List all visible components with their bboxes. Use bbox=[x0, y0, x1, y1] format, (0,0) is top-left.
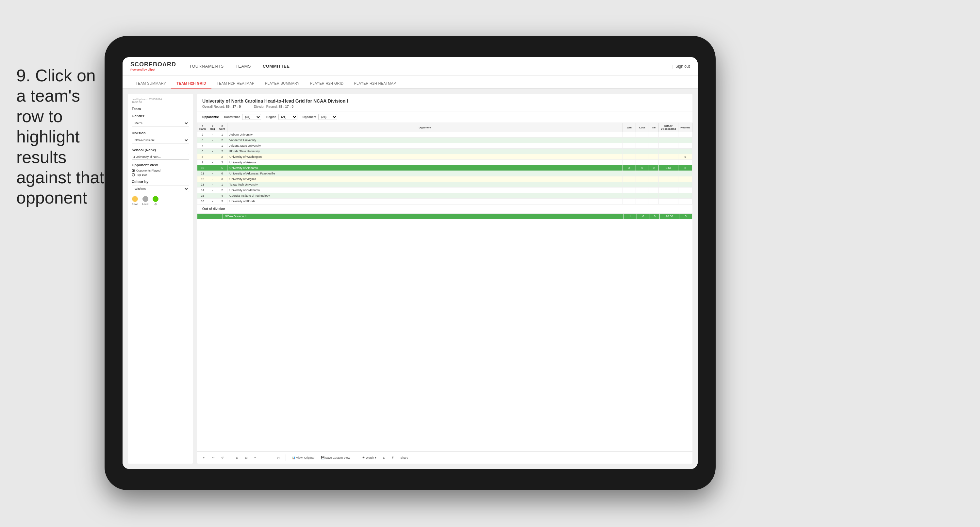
cell-rank: 15 bbox=[197, 193, 208, 199]
out-of-division-table: NCAA Division II 1 0 0 26.00 3 bbox=[197, 213, 692, 219]
toolbar-view-original[interactable]: 📊 View: Original bbox=[290, 455, 316, 460]
cell-loss: 0 bbox=[636, 165, 649, 171]
toolbar-save-custom[interactable]: 💾 Save Custom View bbox=[319, 455, 352, 460]
cell-rounds bbox=[678, 199, 692, 204]
table-header-row: # Rank # Reg # Conf Opponent Win Loss Ti… bbox=[197, 123, 692, 132]
cell-win bbox=[623, 177, 636, 182]
cell-conf: 6 bbox=[217, 171, 227, 177]
toolbar-redo[interactable]: ↪ bbox=[210, 455, 216, 460]
cell-win: 3 bbox=[623, 165, 636, 171]
cell-reg: - bbox=[208, 188, 217, 193]
toolbar-copy[interactable]: ⎘ bbox=[390, 455, 396, 460]
table-row[interactable]: 9-3University of Arizona bbox=[197, 160, 692, 165]
grid-title: University of North Carolina Head-to-Hea… bbox=[202, 98, 687, 103]
nav-tournaments[interactable]: TOURNAMENTS bbox=[189, 64, 224, 68]
sub-nav-player-summary[interactable]: PLAYER SUMMARY bbox=[260, 79, 305, 89]
cell-win bbox=[623, 171, 636, 177]
table-row[interactable]: 12-3University of Virginia bbox=[197, 177, 692, 182]
cell-loss bbox=[636, 160, 649, 165]
conference-select[interactable]: (All) bbox=[242, 114, 261, 120]
sign-out-link[interactable]: Sign out bbox=[675, 64, 690, 68]
top-nav: SCOREBOARD Powered by clippi TOURNAMENTS… bbox=[123, 57, 698, 75]
opponent-select[interactable]: (All) bbox=[318, 114, 337, 120]
cell-tie bbox=[649, 137, 659, 143]
legend-level: Level bbox=[142, 196, 148, 205]
cell-rank: 3 bbox=[197, 137, 208, 143]
ood-empty-reg bbox=[207, 214, 215, 219]
sub-nav-team-summary[interactable]: TEAM SUMMARY bbox=[130, 79, 171, 89]
table-row[interactable]: 6-2Florida State University bbox=[197, 149, 692, 154]
table-row[interactable]: 10-5University of Alabama3002.618 bbox=[197, 165, 692, 171]
cell-rank: 8 bbox=[197, 154, 208, 160]
cell-reg: - bbox=[208, 160, 217, 165]
toolbar-undo[interactable]: ↩ bbox=[201, 455, 207, 460]
colour-by-select[interactable]: Win/loss bbox=[132, 186, 189, 192]
col-reg: # Reg bbox=[208, 123, 217, 132]
col-win: Win bbox=[623, 123, 636, 132]
cell-rank: 6 bbox=[197, 149, 208, 154]
cell-rounds bbox=[678, 160, 692, 165]
sub-nav-player-h2h-heatmap[interactable]: PLAYER H2H HEATMAP bbox=[349, 79, 401, 89]
cell-conf: 3 bbox=[217, 177, 227, 182]
toolbar-more[interactable]: ··· bbox=[261, 455, 267, 460]
ood-win: 1 bbox=[624, 214, 637, 219]
region-filter: Region (All) bbox=[266, 114, 298, 120]
toolbar-sep1 bbox=[230, 454, 230, 461]
ood-row[interactable]: NCAA Division II 1 0 0 26.00 3 bbox=[197, 214, 692, 219]
cell-conf: 2 bbox=[217, 137, 227, 143]
cell-opponent: University of Alabama bbox=[227, 165, 622, 171]
toolbar-watch[interactable]: 👁 Watch ▾ bbox=[360, 455, 379, 460]
table-row[interactable]: 14-2University of Oklahoma bbox=[197, 188, 692, 193]
tablet-screen: SCOREBOARD Powered by clippi TOURNAMENTS… bbox=[123, 57, 698, 469]
sub-nav-team-h2h-grid[interactable]: TEAM H2H GRID bbox=[171, 79, 212, 89]
table-row[interactable]: 8-2University of Washington5 bbox=[197, 154, 692, 160]
table-row[interactable]: 3-2Vanderbilt University bbox=[197, 137, 692, 143]
toolbar-add[interactable]: + bbox=[252, 455, 258, 460]
nav-committee[interactable]: COMMITTEE bbox=[263, 64, 290, 68]
cell-reg: - bbox=[208, 199, 217, 204]
table-row[interactable]: 2-1Auburn University bbox=[197, 132, 692, 137]
sub-nav-team-h2h-heatmap[interactable]: TEAM H2H HEATMAP bbox=[212, 79, 260, 89]
sub-nav-player-h2h-grid[interactable]: PLAYER H2H GRID bbox=[305, 79, 349, 89]
gender-select[interactable]: Men's bbox=[132, 120, 189, 126]
table-row[interactable]: 16-3University of Florida bbox=[197, 199, 692, 204]
radio-top100[interactable]: Top 100 bbox=[132, 173, 189, 177]
cell-opponent: University of Virginia bbox=[227, 177, 622, 182]
cell-diff bbox=[659, 177, 678, 182]
legend-circle-level bbox=[143, 196, 148, 202]
instruction-body: Click on a team's row to highlight resul… bbox=[16, 66, 104, 207]
toolbar-refresh[interactable]: ↺ bbox=[219, 455, 226, 460]
toolbar-share[interactable]: Share bbox=[398, 455, 410, 460]
nav-teams[interactable]: TEAMS bbox=[235, 64, 251, 68]
table-row[interactable]: 4-1Arizona State University bbox=[197, 143, 692, 149]
cell-tie bbox=[649, 182, 659, 188]
radio-opponents-played[interactable]: Opponents Played bbox=[132, 169, 189, 172]
table-row[interactable]: 15-4Georgia Institute of Technology bbox=[197, 193, 692, 199]
school-rank-label: School (Rank) bbox=[132, 148, 189, 152]
table-row[interactable]: 11-6University of Arkansas, Fayetteville bbox=[197, 171, 692, 177]
cell-opponent: University of Florida bbox=[227, 199, 622, 204]
cell-conf: 2 bbox=[217, 154, 227, 160]
toolbar-sep3 bbox=[286, 454, 286, 461]
team-label: Team bbox=[132, 107, 189, 111]
cell-win bbox=[623, 149, 636, 154]
school-rank-value[interactable]: 4 University of Nort... bbox=[132, 154, 189, 160]
table-row[interactable]: 13-1Texas Tech University bbox=[197, 182, 692, 188]
toolbar-sep4 bbox=[356, 454, 356, 461]
cell-opponent: University of Arizona bbox=[227, 160, 622, 165]
cell-diff bbox=[659, 193, 678, 199]
toolbar-export[interactable]: ⊡ bbox=[381, 455, 388, 460]
conference-filter: Conference (All) bbox=[224, 114, 261, 120]
toolbar-collapse[interactable]: ⊟ bbox=[243, 455, 250, 460]
ood-rounds: 3 bbox=[679, 214, 692, 219]
region-select[interactable]: (All) bbox=[278, 114, 298, 120]
cell-loss bbox=[636, 154, 649, 160]
tablet-frame: SCOREBOARD Powered by clippi TOURNAMENTS… bbox=[105, 36, 716, 490]
col-tie: Tie bbox=[649, 123, 659, 132]
toolbar-clock[interactable]: ◷ bbox=[275, 455, 282, 460]
cell-conf: 1 bbox=[217, 132, 227, 137]
data-table-wrapper: # Rank # Reg # Conf Opponent Win Loss Ti… bbox=[197, 123, 692, 451]
toolbar-expand[interactable]: ⊞ bbox=[234, 455, 240, 460]
division-select[interactable]: NCAA Division I bbox=[132, 137, 189, 143]
cell-conf: 2 bbox=[217, 188, 227, 193]
